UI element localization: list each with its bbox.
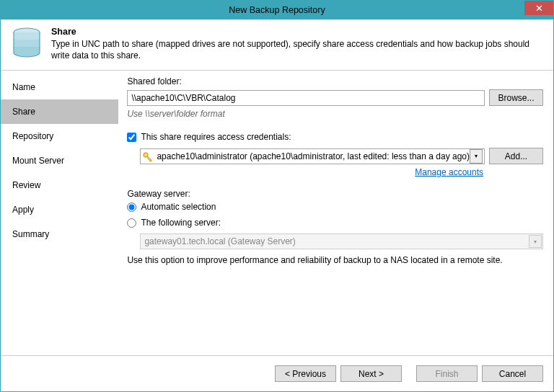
page-title: Share	[51, 27, 546, 37]
window-title: New Backup Repository	[229, 5, 325, 15]
titlebar: New Backup Repository ✕	[1, 1, 553, 19]
finish-button: Finish	[416, 365, 478, 382]
radio-following-label: The following server:	[141, 218, 221, 228]
server-select: gateway01.tech.local (Gateway Server) ▾	[140, 233, 543, 249]
wizard-window: New Backup Repository ✕ Share Type in UN…	[0, 0, 554, 392]
wizard-nav: Name Share Repository Mount Server Revie…	[1, 71, 118, 355]
close-button[interactable]: ✕	[524, 1, 553, 15]
browse-button[interactable]: Browse...	[489, 89, 543, 106]
gateway-label: Gateway server:	[127, 189, 543, 199]
nav-item-review[interactable]: Review	[1, 173, 118, 197]
shared-folder-input[interactable]	[127, 90, 485, 106]
nav-item-repository[interactable]: Repository	[1, 124, 118, 148]
gateway-note: Use this option to improve performance a…	[127, 255, 543, 265]
nav-item-summary[interactable]: Summary	[1, 222, 118, 246]
radio-auto[interactable]	[127, 202, 136, 212]
radio-auto-row[interactable]: Automatic selection	[127, 202, 543, 212]
chevron-down-icon[interactable]: ▾	[470, 149, 483, 164]
svg-point-2	[145, 154, 146, 156]
key-icon	[142, 151, 154, 162]
credentials-checkbox-row[interactable]: This share requires access credentials:	[127, 132, 543, 142]
format-hint: Use \\server\folder format	[127, 109, 543, 119]
radio-following-row[interactable]: The following server:	[127, 218, 543, 228]
wizard-header: Share Type in UNC path to share (mapped …	[1, 19, 553, 71]
nav-item-share[interactable]: Share	[1, 99, 118, 124]
page-description: Type in UNC path to share (mapped drives…	[51, 38, 546, 61]
credentials-select[interactable]: apache10\administrator (apache10\adminis…	[140, 148, 485, 164]
previous-button[interactable]: < Previous	[275, 365, 336, 382]
chevron-down-icon: ▾	[529, 235, 542, 248]
radio-following[interactable]	[127, 218, 136, 228]
credentials-checkbox[interactable]	[127, 133, 136, 142]
manage-accounts-link[interactable]: Manage accounts	[415, 167, 483, 177]
credentials-checkbox-label: This share requires access credentials:	[141, 132, 291, 142]
shared-folder-label: Shared folder:	[127, 76, 543, 86]
repository-icon	[9, 25, 44, 60]
radio-auto-label: Automatic selection	[141, 202, 216, 212]
credentials-value: apache10\administrator (apache10\adminis…	[157, 151, 470, 161]
close-icon: ✕	[535, 3, 543, 14]
add-credentials-button[interactable]: Add...	[489, 148, 543, 164]
wizard-content: Shared folder: Browse... Use \\server\fo…	[118, 71, 553, 355]
nav-item-name[interactable]: Name	[1, 75, 118, 99]
nav-item-mount-server[interactable]: Mount Server	[1, 148, 118, 173]
wizard-footer: < Previous Next > Finish Cancel	[1, 355, 553, 391]
nav-item-apply[interactable]: Apply	[1, 197, 118, 222]
cancel-button[interactable]: Cancel	[482, 365, 543, 382]
server-value: gateway01.tech.local (Gateway Server)	[144, 236, 295, 246]
next-button[interactable]: Next >	[340, 365, 402, 382]
